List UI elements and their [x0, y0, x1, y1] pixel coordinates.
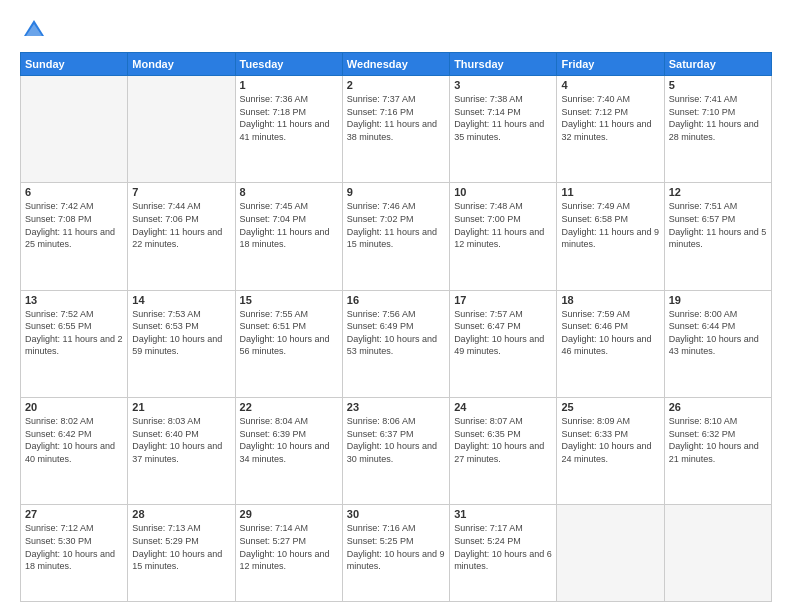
day-info: Sunrise: 7:37 AM Sunset: 7:16 PM Dayligh… [347, 93, 445, 143]
calendar-cell: 10Sunrise: 7:48 AM Sunset: 7:00 PM Dayli… [450, 183, 557, 290]
day-info: Sunrise: 7:56 AM Sunset: 6:49 PM Dayligh… [347, 308, 445, 358]
col-header-sunday: Sunday [21, 53, 128, 76]
day-number: 16 [347, 294, 445, 306]
day-number: 17 [454, 294, 552, 306]
day-number: 15 [240, 294, 338, 306]
day-info: Sunrise: 8:06 AM Sunset: 6:37 PM Dayligh… [347, 415, 445, 465]
day-number: 24 [454, 401, 552, 413]
calendar-cell: 13Sunrise: 7:52 AM Sunset: 6:55 PM Dayli… [21, 290, 128, 397]
logo-icon [20, 16, 48, 44]
header [20, 16, 772, 44]
day-info: Sunrise: 8:00 AM Sunset: 6:44 PM Dayligh… [669, 308, 767, 358]
calendar-cell: 14Sunrise: 7:53 AM Sunset: 6:53 PM Dayli… [128, 290, 235, 397]
col-header-thursday: Thursday [450, 53, 557, 76]
day-number: 2 [347, 79, 445, 91]
calendar-cell [664, 505, 771, 602]
col-header-saturday: Saturday [664, 53, 771, 76]
day-info: Sunrise: 7:55 AM Sunset: 6:51 PM Dayligh… [240, 308, 338, 358]
day-number: 28 [132, 508, 230, 520]
calendar-cell: 29Sunrise: 7:14 AM Sunset: 5:27 PM Dayli… [235, 505, 342, 602]
day-info: Sunrise: 7:36 AM Sunset: 7:18 PM Dayligh… [240, 93, 338, 143]
day-info: Sunrise: 8:10 AM Sunset: 6:32 PM Dayligh… [669, 415, 767, 465]
col-header-wednesday: Wednesday [342, 53, 449, 76]
day-number: 22 [240, 401, 338, 413]
col-header-tuesday: Tuesday [235, 53, 342, 76]
calendar-cell [557, 505, 664, 602]
day-info: Sunrise: 7:53 AM Sunset: 6:53 PM Dayligh… [132, 308, 230, 358]
day-number: 14 [132, 294, 230, 306]
calendar-cell: 20Sunrise: 8:02 AM Sunset: 6:42 PM Dayli… [21, 398, 128, 505]
calendar-cell: 23Sunrise: 8:06 AM Sunset: 6:37 PM Dayli… [342, 398, 449, 505]
calendar-cell: 22Sunrise: 8:04 AM Sunset: 6:39 PM Dayli… [235, 398, 342, 505]
calendar-cell: 25Sunrise: 8:09 AM Sunset: 6:33 PM Dayli… [557, 398, 664, 505]
calendar-cell: 28Sunrise: 7:13 AM Sunset: 5:29 PM Dayli… [128, 505, 235, 602]
week-row-4: 27Sunrise: 7:12 AM Sunset: 5:30 PM Dayli… [21, 505, 772, 602]
day-info: Sunrise: 7:45 AM Sunset: 7:04 PM Dayligh… [240, 200, 338, 250]
calendar-cell: 5Sunrise: 7:41 AM Sunset: 7:10 PM Daylig… [664, 76, 771, 183]
day-info: Sunrise: 8:07 AM Sunset: 6:35 PM Dayligh… [454, 415, 552, 465]
day-info: Sunrise: 8:09 AM Sunset: 6:33 PM Dayligh… [561, 415, 659, 465]
calendar-cell: 27Sunrise: 7:12 AM Sunset: 5:30 PM Dayli… [21, 505, 128, 602]
day-number: 31 [454, 508, 552, 520]
calendar-cell: 1Sunrise: 7:36 AM Sunset: 7:18 PM Daylig… [235, 76, 342, 183]
calendar-cell: 26Sunrise: 8:10 AM Sunset: 6:32 PM Dayli… [664, 398, 771, 505]
day-info: Sunrise: 7:41 AM Sunset: 7:10 PM Dayligh… [669, 93, 767, 143]
page: SundayMondayTuesdayWednesdayThursdayFrid… [0, 0, 792, 612]
calendar-cell: 17Sunrise: 7:57 AM Sunset: 6:47 PM Dayli… [450, 290, 557, 397]
day-number: 20 [25, 401, 123, 413]
day-number: 26 [669, 401, 767, 413]
day-number: 3 [454, 79, 552, 91]
calendar-cell: 24Sunrise: 8:07 AM Sunset: 6:35 PM Dayli… [450, 398, 557, 505]
day-info: Sunrise: 7:49 AM Sunset: 6:58 PM Dayligh… [561, 200, 659, 250]
day-number: 11 [561, 186, 659, 198]
day-info: Sunrise: 7:44 AM Sunset: 7:06 PM Dayligh… [132, 200, 230, 250]
day-info: Sunrise: 8:04 AM Sunset: 6:39 PM Dayligh… [240, 415, 338, 465]
day-info: Sunrise: 7:51 AM Sunset: 6:57 PM Dayligh… [669, 200, 767, 250]
day-info: Sunrise: 7:46 AM Sunset: 7:02 PM Dayligh… [347, 200, 445, 250]
col-header-friday: Friday [557, 53, 664, 76]
calendar-cell: 15Sunrise: 7:55 AM Sunset: 6:51 PM Dayli… [235, 290, 342, 397]
day-number: 4 [561, 79, 659, 91]
day-info: Sunrise: 7:40 AM Sunset: 7:12 PM Dayligh… [561, 93, 659, 143]
day-info: Sunrise: 7:17 AM Sunset: 5:24 PM Dayligh… [454, 522, 552, 572]
calendar-cell: 7Sunrise: 7:44 AM Sunset: 7:06 PM Daylig… [128, 183, 235, 290]
calendar-cell: 18Sunrise: 7:59 AM Sunset: 6:46 PM Dayli… [557, 290, 664, 397]
day-info: Sunrise: 7:38 AM Sunset: 7:14 PM Dayligh… [454, 93, 552, 143]
calendar-cell [128, 76, 235, 183]
day-info: Sunrise: 7:12 AM Sunset: 5:30 PM Dayligh… [25, 522, 123, 572]
day-info: Sunrise: 7:48 AM Sunset: 7:00 PM Dayligh… [454, 200, 552, 250]
day-number: 5 [669, 79, 767, 91]
day-number: 27 [25, 508, 123, 520]
calendar-cell: 19Sunrise: 8:00 AM Sunset: 6:44 PM Dayli… [664, 290, 771, 397]
day-number: 12 [669, 186, 767, 198]
day-number: 8 [240, 186, 338, 198]
calendar-cell: 6Sunrise: 7:42 AM Sunset: 7:08 PM Daylig… [21, 183, 128, 290]
logo [20, 16, 52, 44]
calendar-cell: 8Sunrise: 7:45 AM Sunset: 7:04 PM Daylig… [235, 183, 342, 290]
calendar-cell: 2Sunrise: 7:37 AM Sunset: 7:16 PM Daylig… [342, 76, 449, 183]
week-row-1: 6Sunrise: 7:42 AM Sunset: 7:08 PM Daylig… [21, 183, 772, 290]
day-number: 6 [25, 186, 123, 198]
day-info: Sunrise: 8:02 AM Sunset: 6:42 PM Dayligh… [25, 415, 123, 465]
week-row-0: 1Sunrise: 7:36 AM Sunset: 7:18 PM Daylig… [21, 76, 772, 183]
day-number: 13 [25, 294, 123, 306]
calendar-cell: 16Sunrise: 7:56 AM Sunset: 6:49 PM Dayli… [342, 290, 449, 397]
day-number: 7 [132, 186, 230, 198]
calendar-cell: 11Sunrise: 7:49 AM Sunset: 6:58 PM Dayli… [557, 183, 664, 290]
week-row-3: 20Sunrise: 8:02 AM Sunset: 6:42 PM Dayli… [21, 398, 772, 505]
day-info: Sunrise: 7:59 AM Sunset: 6:46 PM Dayligh… [561, 308, 659, 358]
calendar-cell [21, 76, 128, 183]
day-info: Sunrise: 7:42 AM Sunset: 7:08 PM Dayligh… [25, 200, 123, 250]
calendar-cell: 9Sunrise: 7:46 AM Sunset: 7:02 PM Daylig… [342, 183, 449, 290]
calendar-cell: 4Sunrise: 7:40 AM Sunset: 7:12 PM Daylig… [557, 76, 664, 183]
calendar-cell: 30Sunrise: 7:16 AM Sunset: 5:25 PM Dayli… [342, 505, 449, 602]
col-header-monday: Monday [128, 53, 235, 76]
calendar: SundayMondayTuesdayWednesdayThursdayFrid… [20, 52, 772, 602]
calendar-cell: 3Sunrise: 7:38 AM Sunset: 7:14 PM Daylig… [450, 76, 557, 183]
day-number: 23 [347, 401, 445, 413]
day-info: Sunrise: 7:16 AM Sunset: 5:25 PM Dayligh… [347, 522, 445, 572]
day-number: 21 [132, 401, 230, 413]
week-row-2: 13Sunrise: 7:52 AM Sunset: 6:55 PM Dayli… [21, 290, 772, 397]
day-number: 1 [240, 79, 338, 91]
calendar-header-row: SundayMondayTuesdayWednesdayThursdayFrid… [21, 53, 772, 76]
